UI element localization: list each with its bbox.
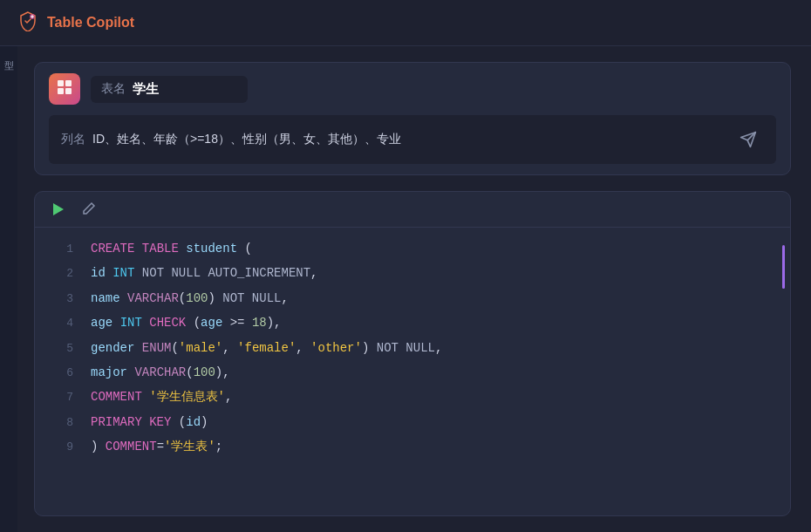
- input-panel: 表名 学生 列名 ID、姓名、年龄（>=18）、性别（男、女、其他）、专业: [34, 62, 791, 175]
- run-button[interactable]: [49, 201, 66, 218]
- app-logo-icon: [17, 10, 38, 35]
- token-plain: ,: [435, 341, 442, 355]
- token-kw3: INT: [120, 316, 142, 330]
- token-str: 'female': [237, 341, 296, 355]
- token-plain: ,: [281, 291, 288, 305]
- editor-toolbar: [35, 192, 790, 228]
- code-line: 6 major VARCHAR(100),: [35, 360, 790, 385]
- token-plain: [179, 242, 186, 256]
- token-plain: ): [208, 291, 222, 305]
- line-content: id INT NOT NULL AUTO_INCREMENT,: [91, 263, 318, 283]
- edit-button[interactable]: [80, 201, 96, 217]
- token-plain: [120, 291, 127, 305]
- token-id: major: [91, 365, 127, 379]
- scroll-indicator: [782, 245, 785, 289]
- line-number: 7: [49, 391, 73, 404]
- token-kw: CHECK: [149, 316, 186, 330]
- token-id: student: [186, 242, 237, 256]
- token-kw2: AUTO_INCREMENT: [208, 266, 310, 280]
- token-kw: TABLE: [142, 242, 179, 256]
- token-plain: (: [171, 415, 186, 429]
- code-line: 3 name VARCHAR(100) NOT NULL,: [35, 286, 790, 310]
- token-id: age: [201, 316, 222, 330]
- token-str: 'male': [179, 341, 222, 355]
- code-line: 9) COMMENT='学生表';: [35, 434, 790, 459]
- token-plain: ): [91, 440, 106, 454]
- token-plain: [106, 266, 112, 280]
- token-kw: COMMENT: [91, 390, 142, 404]
- line-content: major VARCHAR(100),: [91, 363, 230, 382]
- token-plain: ),: [215, 365, 230, 379]
- token-plain: ,: [225, 390, 232, 404]
- line-content: gender ENUM('male', 'female', 'other') N…: [91, 338, 442, 358]
- token-plain: ,: [296, 341, 310, 355]
- token-plain: ): [201, 415, 208, 429]
- app-header: Table Copilot: [0, 0, 811, 46]
- token-plain: ,: [310, 266, 317, 280]
- line-number: 6: [49, 366, 73, 379]
- token-plain: (: [179, 291, 186, 305]
- token-id: gender: [91, 341, 134, 355]
- columns-label: 列名: [61, 132, 85, 147]
- token-plain: [134, 242, 141, 256]
- token-plain: [142, 390, 149, 404]
- code-editor: 1CREATE TABLE student (2 id INT NOT NULL…: [34, 191, 791, 516]
- code-line: 7 COMMENT '学生信息表',: [35, 385, 790, 409]
- token-kw: PRIMARY KEY: [91, 415, 171, 429]
- code-line: 4 age INT CHECK (age >= 18),: [35, 310, 790, 335]
- token-kw: COMMENT: [106, 440, 157, 454]
- token-plain: ,: [222, 341, 237, 355]
- send-button[interactable]: [733, 124, 764, 155]
- line-number: 4: [49, 317, 73, 330]
- columns-value: ID、姓名、年龄（>=18）、性别（男、女、其他）、专业: [92, 132, 726, 147]
- token-id: id: [186, 415, 201, 429]
- token-num: 100: [194, 365, 215, 379]
- line-content: age INT CHECK (age >= 18),: [91, 313, 282, 332]
- token-plain: ;: [215, 440, 222, 454]
- svg-rect-1: [58, 80, 64, 86]
- token-num: 100: [186, 291, 208, 305]
- svg-rect-4: [65, 88, 72, 94]
- token-fn: VARCHAR: [134, 365, 186, 379]
- token-kw: CREATE: [91, 242, 134, 256]
- token-plain: [112, 316, 119, 330]
- table-name-label: 表名: [101, 81, 126, 97]
- token-plain: [142, 316, 149, 330]
- token-plain: (: [171, 341, 178, 355]
- token-id: id: [91, 266, 106, 280]
- svg-rect-2: [65, 80, 72, 86]
- columns-input-row[interactable]: 列名 ID、姓名、年龄（>=18）、性别（男、女、其他）、专业: [49, 115, 776, 164]
- app-title: Table Copilot: [47, 15, 134, 31]
- token-plain: (: [186, 316, 201, 330]
- token-str: '学生表': [164, 440, 215, 454]
- table-name-value: 学生: [133, 81, 159, 98]
- token-num: 18: [252, 316, 267, 330]
- token-plain: ),: [267, 316, 282, 330]
- token-kw2: NOT NULL: [142, 266, 201, 280]
- line-number: 3: [49, 292, 73, 305]
- line-number: 5: [49, 342, 73, 355]
- code-content-area[interactable]: 1CREATE TABLE student (2 id INT NOT NULL…: [35, 228, 790, 515]
- token-kw3: INT: [112, 266, 134, 280]
- line-number: 2: [49, 267, 73, 280]
- token-id: name: [91, 291, 120, 305]
- line-number: 8: [49, 416, 73, 429]
- svg-marker-7: [53, 203, 64, 215]
- token-plain: =: [157, 440, 164, 454]
- table-name-input[interactable]: 表名 学生: [91, 76, 248, 103]
- line-content: PRIMARY KEY (id): [91, 413, 208, 432]
- table-grid-icon: [56, 78, 73, 100]
- token-plain: [134, 266, 141, 280]
- svg-rect-3: [58, 88, 64, 94]
- line-content: name VARCHAR(100) NOT NULL,: [91, 289, 289, 308]
- code-line: 8 PRIMARY KEY (id): [35, 410, 790, 434]
- token-str: 'other': [310, 341, 362, 355]
- line-content: CREATE TABLE student (: [91, 239, 252, 258]
- token-plain: ): [362, 341, 377, 355]
- token-fn: VARCHAR: [127, 291, 179, 305]
- line-content: COMMENT '学生信息表',: [91, 387, 232, 406]
- token-id: age: [91, 316, 112, 330]
- table-icon-button[interactable]: [49, 73, 80, 105]
- token-fn: ENUM: [142, 341, 172, 355]
- line-number: 9: [49, 440, 73, 454]
